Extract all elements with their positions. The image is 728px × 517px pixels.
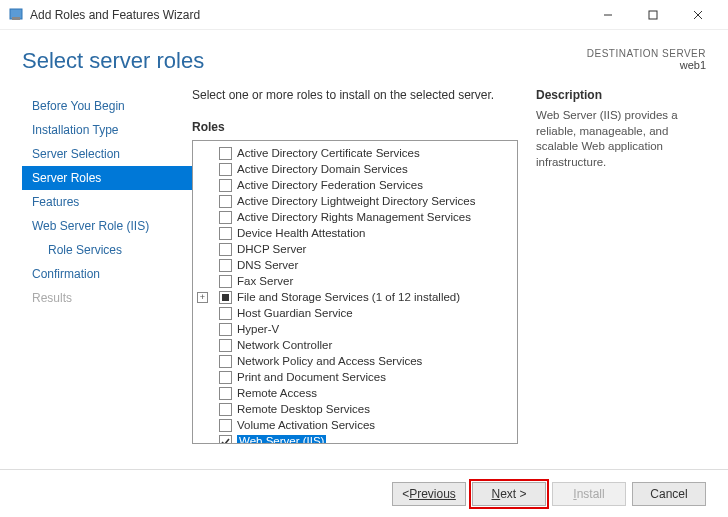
roles-column: Select one or more roles to install on t… xyxy=(192,88,518,472)
window-title: Add Roles and Features Wizard xyxy=(30,8,585,22)
role-checkbox[interactable] xyxy=(219,227,232,240)
destination-label: DESTINATION SERVER xyxy=(587,48,706,59)
body: Before You BeginInstallation TypeServer … xyxy=(0,82,728,472)
role-checkbox[interactable] xyxy=(219,371,232,384)
role-checkbox[interactable] xyxy=(219,323,232,336)
role-row[interactable]: Print and Document Services xyxy=(195,369,515,385)
nav-item: Results xyxy=(22,286,192,310)
wizard-nav: Before You BeginInstallation TypeServer … xyxy=(22,82,192,472)
role-row[interactable]: Active Directory Rights Management Servi… xyxy=(195,209,515,225)
role-row[interactable]: Remote Desktop Services xyxy=(195,401,515,417)
role-label: Active Directory Federation Services xyxy=(237,179,423,191)
role-checkbox[interactable] xyxy=(219,259,232,272)
svg-rect-1 xyxy=(12,17,20,20)
role-row[interactable]: Active Directory Certificate Services xyxy=(195,145,515,161)
destination-server: DESTINATION SERVER web1 xyxy=(587,48,706,71)
svg-rect-3 xyxy=(649,11,657,19)
expander-icon[interactable]: + xyxy=(197,292,208,303)
role-label: File and Storage Services (1 of 12 insta… xyxy=(237,291,460,303)
header: Select server roles DESTINATION SERVER w… xyxy=(0,30,728,82)
role-label: Active Directory Certificate Services xyxy=(237,147,420,159)
role-label: DHCP Server xyxy=(237,243,306,255)
nav-item[interactable]: Server Selection xyxy=(22,142,192,166)
roles-label: Roles xyxy=(192,120,518,134)
role-row[interactable]: Active Directory Domain Services xyxy=(195,161,515,177)
role-label: Network Controller xyxy=(237,339,332,351)
role-row[interactable]: Host Guardian Service xyxy=(195,305,515,321)
role-label: Active Directory Rights Management Servi… xyxy=(237,211,471,223)
role-checkbox[interactable] xyxy=(219,403,232,416)
role-checkbox[interactable] xyxy=(219,195,232,208)
roles-listbox[interactable]: Active Directory Certificate ServicesAct… xyxy=(192,140,518,444)
role-row[interactable]: Hyper-V xyxy=(195,321,515,337)
nav-item[interactable]: Role Services xyxy=(22,238,192,262)
window-controls xyxy=(585,1,720,29)
role-row[interactable]: Network Policy and Access Services xyxy=(195,353,515,369)
role-checkbox[interactable] xyxy=(219,435,232,445)
role-label: Volume Activation Services xyxy=(237,419,375,431)
role-row[interactable]: Fax Server xyxy=(195,273,515,289)
close-button[interactable] xyxy=(675,1,720,29)
nav-item[interactable]: Before You Begin xyxy=(22,94,192,118)
role-label: Fax Server xyxy=(237,275,293,287)
role-label: Active Directory Lightweight Directory S… xyxy=(237,195,475,207)
role-label: Network Policy and Access Services xyxy=(237,355,422,367)
nav-item[interactable]: Web Server Role (IIS) xyxy=(22,214,192,238)
role-label: Host Guardian Service xyxy=(237,307,353,319)
role-row[interactable]: Remote Access xyxy=(195,385,515,401)
role-row[interactable]: Active Directory Federation Services xyxy=(195,177,515,193)
role-checkbox[interactable] xyxy=(219,355,232,368)
destination-name: web1 xyxy=(587,59,706,71)
cancel-button[interactable]: Cancel xyxy=(632,482,706,506)
minimize-button[interactable] xyxy=(585,1,630,29)
role-label: Print and Document Services xyxy=(237,371,386,383)
role-row[interactable]: DHCP Server xyxy=(195,241,515,257)
role-label: Device Health Attestation xyxy=(237,227,366,239)
role-checkbox[interactable] xyxy=(219,147,232,160)
role-row[interactable]: Web Server (IIS) xyxy=(195,433,515,444)
role-row[interactable]: +File and Storage Services (1 of 12 inst… xyxy=(195,289,515,305)
role-label: Remote Access xyxy=(237,387,317,399)
role-row[interactable]: Active Directory Lightweight Directory S… xyxy=(195,193,515,209)
footer: < Previous Next > Install Cancel xyxy=(0,469,728,517)
role-label: Active Directory Domain Services xyxy=(237,163,408,175)
install-button: Install xyxy=(552,482,626,506)
nav-item[interactable]: Installation Type xyxy=(22,118,192,142)
next-button[interactable]: Next > xyxy=(472,482,546,506)
role-checkbox[interactable] xyxy=(219,211,232,224)
role-label: Hyper-V xyxy=(237,323,279,335)
description-text: Web Server (IIS) provides a reliable, ma… xyxy=(536,108,706,170)
nav-item[interactable]: Features xyxy=(22,190,192,214)
maximize-button[interactable] xyxy=(630,1,675,29)
titlebar[interactable]: Add Roles and Features Wizard xyxy=(0,0,728,30)
description-label: Description xyxy=(536,88,706,102)
role-row[interactable]: DNS Server xyxy=(195,257,515,273)
role-checkbox[interactable] xyxy=(219,275,232,288)
role-checkbox[interactable] xyxy=(219,387,232,400)
role-checkbox[interactable] xyxy=(219,339,232,352)
app-icon xyxy=(8,7,24,23)
role-row[interactable]: Device Health Attestation xyxy=(195,225,515,241)
nav-item[interactable]: Confirmation xyxy=(22,262,192,286)
role-row[interactable]: Network Controller xyxy=(195,337,515,353)
role-checkbox[interactable] xyxy=(219,419,232,432)
role-label: Web Server (IIS) xyxy=(237,435,326,444)
nav-item[interactable]: Server Roles xyxy=(22,166,192,190)
role-checkbox[interactable] xyxy=(219,291,232,304)
previous-button[interactable]: < Previous xyxy=(392,482,466,506)
main-content: Select one or more roles to install on t… xyxy=(192,82,706,472)
page-title: Select server roles xyxy=(22,48,204,74)
instruction-text: Select one or more roles to install on t… xyxy=(192,88,518,102)
description-column: Description Web Server (IIS) provides a … xyxy=(536,88,706,472)
role-checkbox[interactable] xyxy=(219,163,232,176)
role-label: DNS Server xyxy=(237,259,298,271)
role-checkbox[interactable] xyxy=(219,179,232,192)
role-label: Remote Desktop Services xyxy=(237,403,370,415)
role-checkbox[interactable] xyxy=(219,307,232,320)
role-row[interactable]: Volume Activation Services xyxy=(195,417,515,433)
role-checkbox[interactable] xyxy=(219,243,232,256)
